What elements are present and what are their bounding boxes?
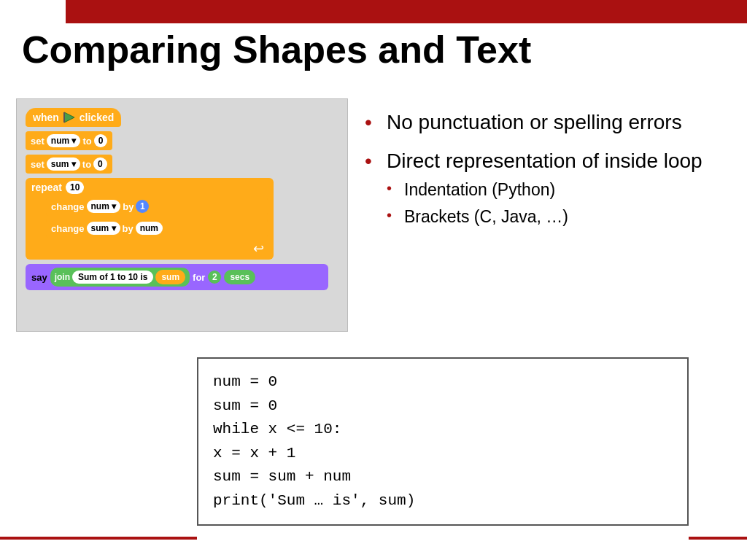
bullet-item-2: Direct representation of inside loop Ind… [365,148,732,228]
code-box: num = 0 sum = 0 while x <= 10: x = x + 1… [197,357,689,526]
change1-var: num ▾ [87,200,121,213]
set2-var: sum ▾ [47,158,80,171]
repeat-val: 10 [66,181,84,194]
scratch-block-area: when clicked set num ▾ to 0 set sum ▾ to… [16,98,348,332]
code-line-5: sum = sum + num [213,465,673,489]
for-val: 2 [208,271,221,284]
repeat-block: repeat 10 change num ▾ by 1 change sum ▾… [26,178,274,260]
change1-label: change [51,201,85,212]
hat-block-row: when clicked [26,108,338,127]
set2-val: 0 [93,158,107,171]
hat-when-label: when [33,112,59,123]
code-line-2: sum = 0 [213,394,673,419]
set2-label: set [31,159,44,170]
set1-val: 0 [94,134,108,147]
hat-block: when clicked [26,108,121,127]
repeat-body: change num ▾ by 1 change sum ▾ by num [46,197,268,238]
top-bar [66,0,747,23]
bullet-item-1: No punctuation or spelling errors [365,109,732,135]
change2-val: num [136,222,163,235]
set-num-block-row: set num ▾ to 0 [26,131,338,150]
code-line-6: print('Sum … is', sum) [213,489,673,513]
change-sum-block: change sum ▾ by num [46,219,268,238]
say-block-row: say join Sum of 1 to 10 is sum for 2 sec… [26,264,328,290]
repeat-footer: ↩ [31,241,268,257]
join-block: join Sum of 1 to 10 is sum [50,268,190,287]
code-line-4: x = x + 1 [213,442,673,466]
svg-rect-1 [63,112,65,122]
for-label: for [193,272,205,283]
bottom-line-right [689,537,747,540]
change1-val: 1 [136,200,149,213]
svg-marker-0 [64,112,74,122]
join-text: Sum of 1 to 10 is [72,271,153,284]
set1-label: set [31,136,44,147]
change2-by: by [123,223,133,234]
set-num-block: set num ▾ to 0 [26,131,112,150]
sum-block-val: sum [155,270,185,284]
secs-label: secs [224,270,255,284]
sub-bullet-list: Indentation (Python) Brackets (C, Java, … [387,179,732,228]
repeat-label: repeat [31,182,62,193]
join-label: join [55,272,70,282]
change1-by: by [123,201,133,212]
change-num-block: change num ▾ by 1 [46,197,268,216]
bullet-list: No punctuation or spelling errors Direct… [365,109,732,228]
set2-to: to [82,159,91,170]
bullet-section: No punctuation or spelling errors Direct… [365,109,732,241]
say-label: say [31,272,47,283]
set1-var: num ▾ [47,134,81,147]
set1-to: to [82,136,91,147]
change2-label: change [51,223,85,234]
set-sum-block: set sum ▾ to 0 [26,155,112,174]
sub-bullet-item-2: Brackets (C, Java, …) [387,206,732,228]
code-line-3: while x <= 10: [213,418,673,442]
green-flag-icon [63,112,76,123]
change2-var: sum ▾ [87,222,120,235]
sub-bullet-item-1: Indentation (Python) [387,179,732,201]
set-sum-block-row: set sum ▾ to 0 [26,155,338,174]
turn-arrow-icon: ↩ [253,241,264,257]
bottom-line-left [0,537,197,540]
repeat-header: repeat 10 [31,181,268,194]
hat-clicked-label: clicked [80,112,114,123]
page-title: Comparing Shapes and Text [22,28,531,71]
code-line-1: num = 0 [213,370,673,394]
